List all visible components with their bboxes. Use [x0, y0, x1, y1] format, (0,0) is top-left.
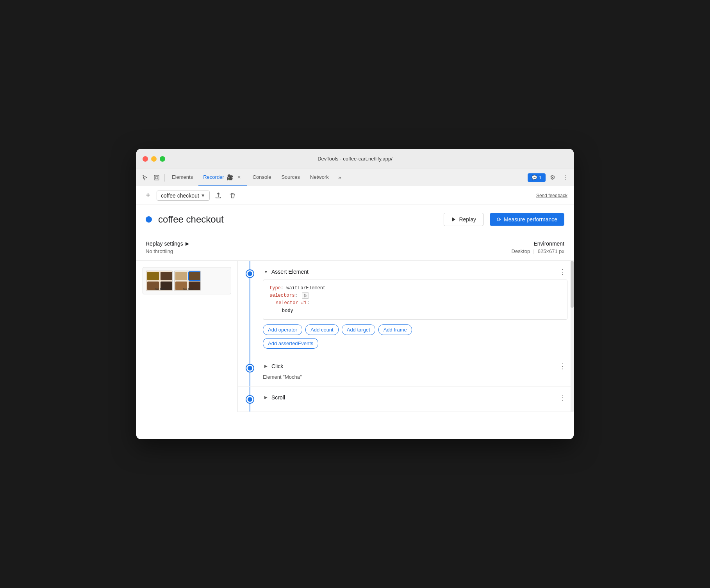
- environment-section: Environment Desktop | 625×671 px: [512, 241, 564, 254]
- thumbnail-strip: Total: $0.00 Total: $0.00: [143, 267, 231, 294]
- tab-console[interactable]: Console: [248, 169, 276, 186]
- recording-header: coffee checkout Replay ⟳ Measure perform…: [136, 205, 574, 234]
- step-scroll: ▶ Scroll ⋮: [238, 387, 574, 412]
- thumbnail-sidebar: Total: $0.00 Total: $0.00: [136, 261, 238, 412]
- add-frame-btn[interactable]: Add frame: [378, 324, 412, 335]
- svg-text:Total: $0.00: Total: $0.00: [155, 288, 165, 290]
- close-button[interactable]: [143, 156, 148, 162]
- notification-btn[interactable]: 💬 1: [528, 173, 546, 182]
- minimize-button[interactable]: [151, 156, 157, 162]
- step-expand-btn-3[interactable]: ▶: [263, 394, 269, 401]
- thumbnail-1: Total: $0.00: [146, 271, 173, 291]
- step-title-1: Assert Element: [271, 269, 309, 275]
- step-collapse-btn-1[interactable]: ▼: [263, 269, 269, 275]
- step-header-3: ▶ Scroll ⋮: [263, 393, 567, 402]
- separator: |: [533, 248, 534, 254]
- steps-list: ▼ Assert Element ⋮ type: waitForElement …: [238, 261, 574, 412]
- chevron-right-icon: ▶: [186, 241, 189, 246]
- step-subtitle-2: Element "Mocha": [263, 374, 567, 380]
- settings-bar: Replay settings ▶ No throttling Environm…: [136, 234, 574, 261]
- devtools-toolbar: Elements Recorder 🎥 ✕ Console Sources Ne…: [136, 169, 574, 186]
- tab-sources[interactable]: Sources: [277, 169, 305, 186]
- tab-elements[interactable]: Elements: [167, 169, 198, 186]
- chat-icon: 💬: [532, 175, 537, 180]
- svg-marker-2: [452, 217, 455, 221]
- environment-details: Desktop | 625×671 px: [512, 248, 564, 254]
- toolbar-right: 💬 1 ⚙ ⋮: [528, 172, 571, 183]
- add-count-btn[interactable]: Add count: [305, 324, 339, 335]
- add-recording-btn[interactable]: +: [143, 190, 153, 201]
- svg-text:Total: $0.00: Total: $0.00: [183, 288, 193, 290]
- settings-btn[interactable]: ⚙: [547, 172, 558, 183]
- title-bar: DevTools - coffee-cart.netlify.app/: [136, 149, 574, 169]
- main-content: coffee checkout Replay ⟳ Measure perform…: [136, 205, 574, 439]
- scrollbar-thumb: [571, 261, 574, 308]
- export-btn[interactable]: [213, 190, 224, 201]
- recording-selector[interactable]: coffee checkout ▼: [157, 191, 210, 201]
- throttling-label: No throttling: [146, 248, 189, 254]
- code-block-1: type: waitForElement selectors: selector…: [263, 280, 567, 320]
- performance-icon: ⟳: [497, 216, 501, 223]
- steps-area: Total: $0.00 Total: $0.00: [136, 261, 574, 412]
- svg-rect-5: [161, 272, 172, 280]
- step-more-btn-2[interactable]: ⋮: [558, 362, 567, 371]
- step-header-1: ▼ Assert Element ⋮: [263, 267, 567, 276]
- svg-rect-1: [155, 176, 158, 179]
- replay-settings: Replay settings ▶ No throttling: [146, 241, 189, 254]
- recorder-toolbar: + coffee checkout ▼ Send feedback: [136, 186, 574, 205]
- tab-close-icon[interactable]: ✕: [235, 174, 243, 181]
- maximize-button[interactable]: [160, 156, 165, 162]
- add-asserted-events-btn[interactable]: Add assertedEvents: [263, 338, 318, 349]
- selector-picker-icon[interactable]: [302, 292, 309, 299]
- devtools-window: DevTools - coffee-cart.netlify.app/ Elem…: [136, 149, 574, 439]
- step-title-row-2: ▶ Click: [263, 363, 283, 369]
- step-dot-3: [246, 396, 253, 403]
- step-more-btn-3[interactable]: ⋮: [558, 393, 567, 402]
- chevron-down-icon: ▼: [201, 193, 205, 198]
- resolution-label: 625×671 px: [538, 248, 564, 254]
- svg-rect-0: [154, 175, 159, 180]
- step-title-2: Click: [271, 363, 283, 369]
- add-target-btn[interactable]: Add target: [342, 324, 375, 335]
- step-assert-element: ▼ Assert Element ⋮ type: waitForElement …: [238, 261, 574, 355]
- action-buttons-1: Add operator Add count Add target Add fr…: [263, 324, 567, 335]
- measure-performance-btn[interactable]: ⟳ Measure performance: [490, 213, 564, 226]
- svg-rect-15: [305, 295, 307, 296]
- separator: [164, 174, 165, 182]
- recording-title: coffee checkout: [158, 214, 437, 225]
- step-title-row-1: ▼ Assert Element: [263, 269, 309, 275]
- action-buttons-1b: Add assertedEvents: [263, 338, 567, 349]
- step-more-btn-1[interactable]: ⋮: [558, 267, 567, 276]
- svg-rect-4: [147, 272, 159, 280]
- step-title-row-3: ▶ Scroll: [263, 394, 285, 401]
- recording-status-dot: [146, 216, 152, 223]
- tab-network[interactable]: Network: [305, 169, 334, 186]
- svg-rect-11: [189, 272, 200, 280]
- svg-rect-10: [175, 272, 187, 280]
- traffic-lights: [143, 156, 165, 162]
- step-title-3: Scroll: [271, 394, 285, 401]
- delete-btn[interactable]: [227, 190, 238, 201]
- step-dot-2: [246, 365, 253, 372]
- thumbnail-2: Total: $0.00: [174, 271, 201, 291]
- replay-btn[interactable]: Replay: [444, 213, 483, 226]
- replay-settings-toggle[interactable]: Replay settings ▶: [146, 241, 189, 247]
- more-options-btn[interactable]: ⋮: [560, 172, 571, 183]
- more-tabs-btn[interactable]: »: [334, 172, 345, 183]
- step-header-2: ▶ Click ⋮: [263, 362, 567, 371]
- step-expand-btn-2[interactable]: ▶: [263, 363, 269, 369]
- cursor-icon-btn[interactable]: [139, 172, 150, 183]
- window-title: DevTools - coffee-cart.netlify.app/: [318, 156, 392, 162]
- tab-recorder[interactable]: Recorder 🎥 ✕: [198, 169, 247, 186]
- step-dot-1: [246, 270, 253, 277]
- recorder-icon: 🎥: [227, 174, 233, 180]
- environment-title: Environment: [512, 241, 564, 247]
- step-click: ▶ Click ⋮ Element "Mocha": [238, 355, 574, 387]
- inspect-icon-btn[interactable]: [151, 172, 162, 183]
- add-operator-btn[interactable]: Add operator: [263, 324, 302, 335]
- play-icon: [451, 217, 457, 222]
- send-feedback-link[interactable]: Send feedback: [536, 193, 567, 198]
- desktop-label: Desktop: [512, 248, 530, 254]
- scrollbar[interactable]: [571, 261, 574, 412]
